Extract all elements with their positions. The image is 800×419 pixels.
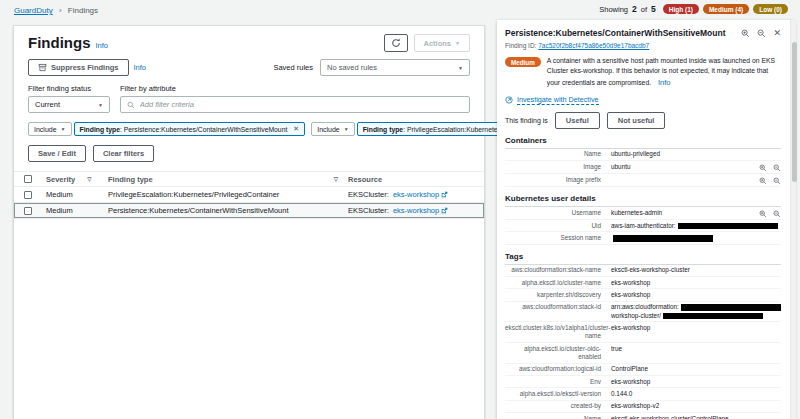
scrollbar-thumb[interactable] (792, 42, 797, 182)
zoom-out-icon[interactable] (773, 210, 781, 218)
filter-status-label: Filter finding status (28, 84, 120, 93)
column-finding-type[interactable]: Finding type (108, 175, 153, 184)
token-operator-select[interactable]: Include ▼ (28, 122, 72, 136)
detail-value (611, 176, 753, 184)
detail-label: created-by (505, 402, 601, 410)
scrollbar-track[interactable] (790, 20, 796, 419)
cell-severity: Medium (42, 204, 104, 217)
detail-row: Username kubernetes-admin (505, 207, 781, 220)
cell-finding-type: Persistence:Kubernetes/ContainerWithSens… (104, 204, 344, 217)
detail-section: Containers Name ubuntu-privileged Image … (505, 136, 781, 187)
breadcrumb-separator-icon: › (59, 6, 62, 15)
external-link-icon (439, 190, 448, 199)
not-useful-button[interactable]: Not useful (607, 112, 666, 129)
detail-value: ubuntu (611, 163, 753, 171)
row-checkbox[interactable] (24, 207, 32, 215)
severity-filter-badge[interactable]: Medium (4) (703, 4, 749, 14)
detail-row: eksctl.cluster.k8s.io/v1alpha1/cluster-n… (505, 322, 781, 343)
refresh-button[interactable] (384, 34, 408, 52)
detail-row: aws:cloudformation:logical-id ControlPla… (505, 364, 781, 376)
detail-row: Name ubuntu-privileged (505, 149, 781, 161)
detail-value: eksctl-eks-workshop-cluster/ControlPlane (611, 415, 781, 419)
close-icon[interactable]: ✕ (773, 29, 781, 38)
showing-count: 2 (632, 4, 637, 14)
detail-label: Env (505, 378, 601, 386)
detail-value: eks-workshop-v2 (611, 402, 781, 410)
column-resource[interactable]: Resource (348, 175, 382, 184)
zoom-out-icon[interactable] (757, 29, 766, 38)
severity-filter-badge[interactable]: High (1) (663, 4, 699, 14)
suppress-findings-button[interactable]: Suppress Findings (28, 59, 129, 76)
redacted-value (681, 304, 781, 311)
finding-id-link[interactable]: 7ac520f2b8cf475a86e50d9e17bacdb7 (538, 42, 649, 49)
actions-button[interactable]: Actions ▼ (414, 34, 470, 52)
detail-label: eksctl.cluster.k8s.io/v1alpha1/cluster-n… (505, 324, 601, 341)
resource-link[interactable]: eks-workshop (393, 206, 439, 215)
detail-row: Image ubuntu (505, 161, 781, 174)
zoom-in-icon[interactable] (759, 177, 767, 185)
detail-label: aws:cloudformation:stack-name (505, 266, 601, 274)
zoom-in-icon[interactable] (759, 164, 767, 172)
token-operator-select[interactable]: Include ▼ (311, 122, 355, 136)
finding-row[interactable]: Medium PrivilegeEscalation:Kubernetes/Pr… (14, 187, 484, 203)
zoom-out-icon[interactable] (773, 177, 781, 185)
detail-value: eksctl-eks-workshop-cluster (611, 266, 781, 274)
useful-button[interactable]: Useful (555, 112, 600, 129)
findings-panel: FindingsInfo Actions ▼ Suppress Findings… (13, 25, 485, 419)
saved-rules-select[interactable]: No saved rules ▼ (320, 59, 470, 76)
detail-value: ubuntu-privileged (611, 150, 781, 158)
severity-badge: Medium (505, 57, 541, 67)
investigate-with-detective-link[interactable]: Investigate with Detective (517, 95, 599, 105)
redacted-value (678, 223, 778, 230)
detail-label: alpha.eksctl.io/cluster-name (505, 279, 601, 287)
zoom-in-icon[interactable] (759, 210, 767, 218)
zoom-out-icon[interactable] (773, 164, 781, 172)
detective-icon (505, 96, 513, 104)
detail-row: Env eks-workshop (505, 376, 781, 388)
finding-title: Persistence:Kubernetes/ContainerWithSens… (505, 28, 730, 38)
detail-value: aws-iam-authenticator: (611, 222, 781, 230)
table-header-row: Severity ▽ Finding type ▽ Resource (14, 171, 484, 187)
finding-detail-panel: Persistence:Kubernetes/ContainerWithSens… (497, 20, 795, 419)
detail-row: alpha.eksctl.io/cluster-name eks-worksho… (505, 277, 781, 289)
finding-row[interactable]: Medium Persistence:Kubernetes/ContainerW… (14, 203, 484, 219)
detail-value (611, 234, 781, 242)
finding-status-select[interactable]: Current ▼ (28, 96, 110, 113)
breadcrumb: GuardDuty › Findings (14, 6, 98, 15)
detail-label: karpenter.sh/discovery (505, 291, 601, 299)
refresh-icon (391, 38, 401, 48)
detail-label: alpha.eksctl.io/cluster-oidc-enabled (505, 345, 601, 362)
detail-row: Session name (505, 232, 781, 244)
detail-value: true (611, 345, 781, 353)
findings-summary: Showing 2 of 5 High (1)Medium (4)Low (0) (599, 4, 788, 14)
detail-label: aws:cloudformation:logical-id (505, 365, 601, 373)
detail-section: Kubernetes user details Username kuberne… (505, 194, 781, 245)
chevron-down-icon: ▼ (98, 102, 103, 108)
redacted-value (613, 235, 713, 242)
resource-link[interactable]: eks-workshop (393, 190, 439, 199)
filter-caret-icon[interactable]: ▽ (87, 176, 91, 182)
detail-value: 0.144.0 (611, 390, 781, 398)
detail-value: kubernetes-admin (611, 209, 753, 217)
select-all-checkbox[interactable] (24, 175, 32, 183)
detail-label: Username (505, 209, 601, 217)
filter-caret-icon[interactable]: ▽ (334, 176, 338, 182)
filter-search-input[interactable] (140, 100, 463, 109)
column-severity[interactable]: Severity (46, 175, 75, 184)
detail-value: eks-workshop (611, 291, 781, 299)
row-checkbox[interactable] (24, 191, 32, 199)
description-info-link[interactable]: Info (658, 78, 671, 87)
clear-filters-button[interactable]: Clear filters (93, 145, 154, 162)
suppress-info-link[interactable]: Info (134, 63, 147, 72)
detail-row: Uid aws-iam-authenticator: (505, 220, 781, 232)
remove-token-icon[interactable]: ✕ (293, 125, 299, 133)
detail-value: eks-workshop (611, 324, 781, 332)
zoom-in-icon[interactable] (741, 29, 750, 38)
detail-value: arn:aws:cloudformation: workshop-cluster… (611, 303, 781, 320)
breadcrumb-guardduty-link[interactable]: GuardDuty (14, 6, 53, 15)
save-edit-button[interactable]: Save / Edit (28, 145, 86, 162)
filter-attribute-label: Filter by attribute (120, 84, 176, 93)
section-heading: Kubernetes user details (505, 194, 781, 207)
severity-filter-badge[interactable]: Low (0) (753, 4, 788, 14)
findings-info-link[interactable]: Info (96, 41, 109, 50)
